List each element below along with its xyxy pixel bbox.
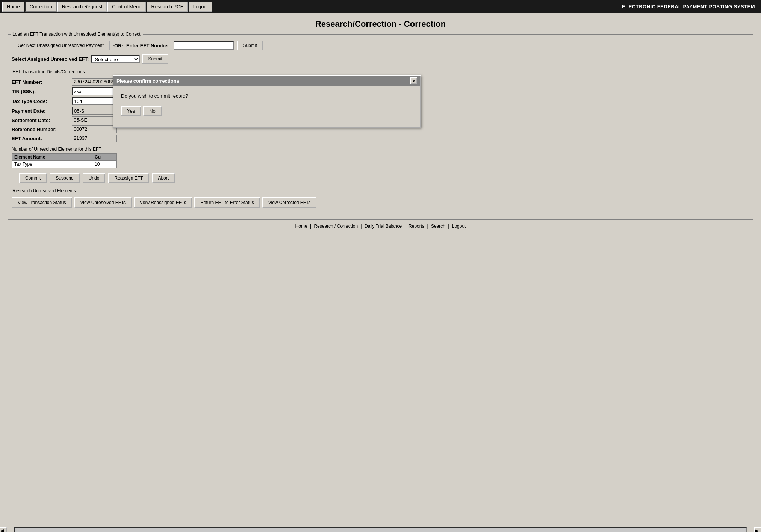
modal-body: Do you wish to commit record? Yes No: [113, 86, 420, 127]
modal-close-button[interactable]: x: [410, 77, 417, 84]
modal-title: Please confirm corrections: [116, 78, 179, 84]
modal-buttons: Yes No: [121, 106, 413, 116]
modal-yes-button[interactable]: Yes: [121, 106, 141, 116]
modal-overlay: Please confirm corrections x Do you wish…: [0, 0, 761, 235]
modal-question: Do you wish to commit record?: [121, 93, 413, 99]
modal-titlebar: Please confirm corrections x: [113, 76, 420, 86]
modal-no-button[interactable]: No: [143, 106, 162, 116]
modal-dialog: Please confirm corrections x Do you wish…: [113, 75, 421, 128]
